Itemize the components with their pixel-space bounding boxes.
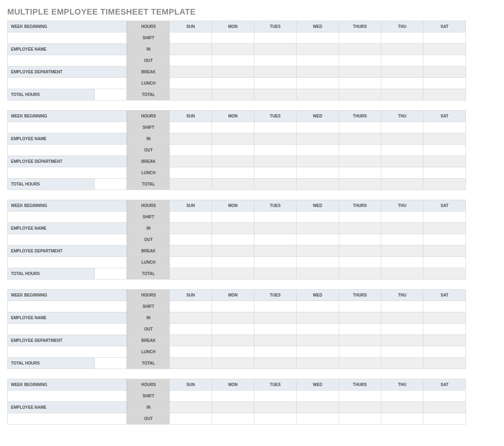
day-cell[interactable]	[339, 245, 381, 257]
day-cell[interactable]	[212, 257, 254, 268]
day-cell[interactable]	[381, 167, 423, 179]
day-cell[interactable]	[212, 55, 254, 66]
day-cell[interactable]	[339, 32, 381, 44]
day-cell[interactable]	[339, 66, 381, 78]
day-cell[interactable]	[423, 346, 466, 358]
day-cell[interactable]	[169, 179, 211, 190]
day-cell[interactable]	[169, 324, 211, 335]
day-cell[interactable]	[297, 167, 339, 179]
day-cell[interactable]	[169, 335, 211, 346]
day-cell[interactable]	[423, 413, 466, 425]
day-cell[interactable]	[297, 211, 339, 223]
day-cell[interactable]	[254, 156, 296, 167]
day-cell[interactable]	[212, 167, 254, 179]
day-cell[interactable]	[297, 413, 339, 425]
day-cell[interactable]	[254, 234, 296, 245]
day-cell[interactable]	[212, 245, 254, 257]
day-cell[interactable]	[297, 44, 339, 55]
value-employee-department[interactable]	[8, 346, 127, 358]
day-cell[interactable]	[297, 268, 339, 280]
day-cell[interactable]	[339, 223, 381, 234]
day-cell[interactable]	[381, 268, 423, 280]
day-cell[interactable]	[212, 413, 254, 425]
day-cell[interactable]	[423, 312, 466, 324]
day-cell[interactable]	[339, 179, 381, 190]
value-week-beginning[interactable]	[8, 211, 127, 223]
day-cell[interactable]	[381, 413, 423, 425]
day-cell[interactable]	[254, 44, 296, 55]
day-cell[interactable]	[423, 268, 466, 280]
day-cell[interactable]	[423, 391, 466, 402]
day-cell[interactable]	[423, 257, 466, 268]
day-cell[interactable]	[339, 268, 381, 280]
day-cell[interactable]	[381, 223, 423, 234]
value-employee-name[interactable]	[8, 234, 127, 245]
day-cell[interactable]	[169, 301, 211, 312]
day-cell[interactable]	[169, 133, 211, 145]
day-cell[interactable]	[381, 122, 423, 133]
day-cell[interactable]	[381, 257, 423, 268]
value-week-beginning[interactable]	[8, 122, 127, 133]
day-cell[interactable]	[169, 268, 211, 280]
value-week-beginning[interactable]	[8, 391, 127, 402]
day-cell[interactable]	[381, 179, 423, 190]
day-cell[interactable]	[254, 55, 296, 66]
day-cell[interactable]	[339, 145, 381, 156]
day-cell[interactable]	[169, 145, 211, 156]
day-cell[interactable]	[339, 312, 381, 324]
day-cell[interactable]	[423, 55, 466, 66]
day-cell[interactable]	[169, 413, 211, 425]
day-cell[interactable]	[381, 335, 423, 346]
day-cell[interactable]	[381, 245, 423, 257]
day-cell[interactable]	[339, 55, 381, 66]
day-cell[interactable]	[254, 32, 296, 44]
day-cell[interactable]	[254, 301, 296, 312]
day-cell[interactable]	[254, 335, 296, 346]
day-cell[interactable]	[381, 324, 423, 335]
day-cell[interactable]	[169, 391, 211, 402]
day-cell[interactable]	[254, 179, 296, 190]
day-cell[interactable]	[423, 32, 466, 44]
value-week-beginning[interactable]	[8, 32, 127, 44]
day-cell[interactable]	[423, 156, 466, 167]
day-cell[interactable]	[254, 145, 296, 156]
day-cell[interactable]	[254, 223, 296, 234]
day-cell[interactable]	[339, 413, 381, 425]
day-cell[interactable]	[169, 32, 211, 44]
day-cell[interactable]	[169, 402, 211, 413]
day-cell[interactable]	[381, 32, 423, 44]
day-cell[interactable]	[297, 55, 339, 66]
day-cell[interactable]	[169, 55, 211, 66]
day-cell[interactable]	[212, 402, 254, 413]
day-cell[interactable]	[169, 89, 211, 100]
day-cell[interactable]	[212, 44, 254, 55]
day-cell[interactable]	[381, 156, 423, 167]
value-employee-department[interactable]	[8, 257, 127, 268]
day-cell[interactable]	[297, 402, 339, 413]
day-cell[interactable]	[339, 301, 381, 312]
day-cell[interactable]	[297, 324, 339, 335]
day-cell[interactable]	[254, 413, 296, 425]
day-cell[interactable]	[297, 391, 339, 402]
day-cell[interactable]	[169, 312, 211, 324]
day-cell[interactable]	[212, 211, 254, 223]
day-cell[interactable]	[254, 211, 296, 223]
day-cell[interactable]	[339, 234, 381, 245]
day-cell[interactable]	[381, 346, 423, 358]
value-total-hours[interactable]	[94, 89, 127, 100]
day-cell[interactable]	[212, 156, 254, 167]
day-cell[interactable]	[381, 211, 423, 223]
day-cell[interactable]	[339, 78, 381, 89]
day-cell[interactable]	[297, 156, 339, 167]
day-cell[interactable]	[297, 145, 339, 156]
day-cell[interactable]	[169, 156, 211, 167]
day-cell[interactable]	[212, 346, 254, 358]
day-cell[interactable]	[297, 133, 339, 145]
day-cell[interactable]	[381, 234, 423, 245]
day-cell[interactable]	[381, 402, 423, 413]
day-cell[interactable]	[212, 122, 254, 133]
day-cell[interactable]	[212, 335, 254, 346]
day-cell[interactable]	[169, 234, 211, 245]
day-cell[interactable]	[212, 179, 254, 190]
day-cell[interactable]	[297, 122, 339, 133]
